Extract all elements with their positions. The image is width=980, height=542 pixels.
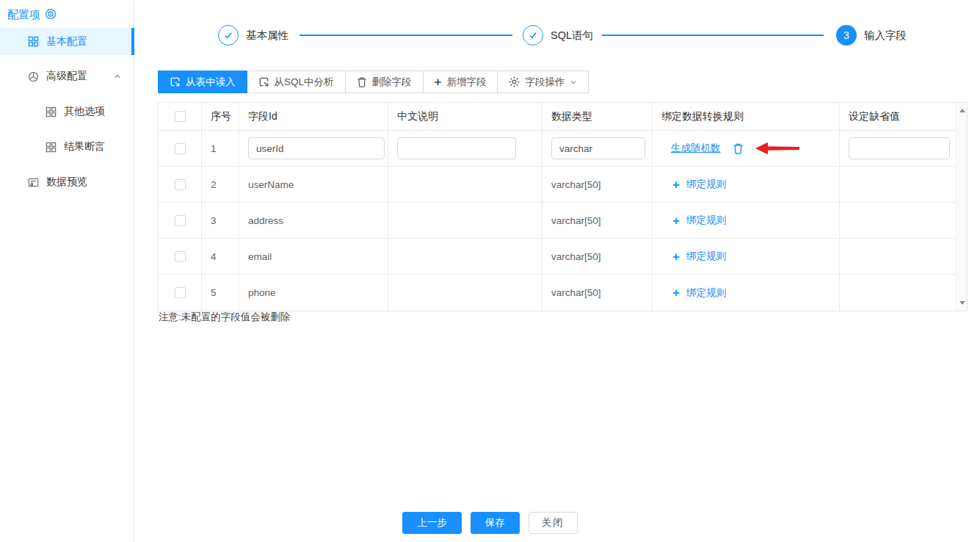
bind-rule-link[interactable]: + 绑定规则 — [672, 250, 726, 263]
scroll-down-icon[interactable] — [959, 301, 965, 305]
step-done-check-icon — [218, 25, 239, 46]
field-operations-button[interactable]: 字段操作 — [497, 71, 589, 93]
field-id-text: userName — [239, 167, 388, 202]
sidebar-item-label: 数据预览 — [46, 176, 87, 189]
generate-random-link[interactable]: 生成随机数 — [671, 142, 721, 155]
step-connector — [602, 35, 824, 36]
default-value-text — [840, 167, 956, 202]
column-header-rule: 绑定数据转换规则 — [653, 103, 840, 130]
footer-actions: 上一步 保存 关闭 — [0, 512, 980, 534]
step-sql-statement: SQL语句 — [523, 25, 593, 46]
fields-table: 序号 字段Id 中文说明 数据类型 绑定数据转换规则 设定缺省值 1 生成随机数 — [158, 102, 968, 311]
sidebar-item-basic-config[interactable]: 基本配置 — [0, 28, 134, 55]
data-type-text: varchar[50] — [542, 275, 653, 311]
row-checkbox[interactable] — [175, 143, 186, 154]
sidebar-item-other-options[interactable]: 其他选项 — [0, 100, 134, 123]
row-checkbox[interactable] — [175, 179, 186, 190]
step-input-fields: 3 输入字段 — [836, 25, 907, 46]
row-index: 5 — [202, 275, 239, 311]
sidebar-item-result-assertion[interactable]: 结果断言 — [0, 135, 134, 159]
field-id-text: email — [239, 239, 388, 274]
bind-rule-link[interactable]: + 绑定规则 — [672, 178, 726, 191]
delete-field-button[interactable]: 删除字段 — [345, 71, 424, 93]
select-all-checkbox[interactable] — [175, 111, 186, 122]
button-label: 删除字段 — [372, 76, 412, 89]
remove-rule-trash-icon[interactable] — [733, 142, 744, 154]
column-header-default: 设定缺省值 — [840, 103, 956, 130]
plus-icon: + — [672, 178, 680, 191]
button-label: 从表中读入 — [186, 76, 236, 89]
sidebar-item-data-preview[interactable]: 数据预览 — [0, 170, 134, 194]
sidebar-item-advanced-config[interactable]: 高级配置 — [0, 65, 134, 88]
default-value-text — [840, 239, 956, 274]
sidebar: 配置项 基本配置 高级配置 其他选项 — [0, 0, 134, 542]
sidebar-item-label: 高级配置 — [46, 70, 87, 83]
annotation-arrow-icon — [755, 141, 801, 156]
data-type-text: varchar[50] — [542, 203, 653, 238]
table-row: 3 address varchar[50] + 绑定规则 — [159, 203, 956, 239]
row-index: 3 — [202, 203, 239, 238]
row-index: 2 — [202, 167, 239, 202]
table-row: 4 email varchar[50] + 绑定规则 — [159, 239, 956, 275]
data-type-input[interactable] — [551, 137, 645, 159]
button-label: 字段操作 — [525, 76, 565, 89]
step-done-check-icon — [523, 25, 543, 46]
sphere-icon — [28, 71, 39, 82]
sidebar-item-label: 基本配置 — [46, 35, 87, 48]
select-all-cell — [159, 103, 202, 130]
previous-step-button[interactable]: 上一步 — [402, 512, 462, 534]
field-id-input[interactable] — [248, 137, 385, 159]
step-label: SQL语句 — [551, 29, 593, 43]
button-label: 新增字段 — [446, 76, 486, 89]
button-label: 从SQL中分析 — [275, 76, 334, 89]
field-id-text: address — [239, 203, 388, 238]
default-value-text — [840, 203, 956, 238]
table-scrollbar[interactable] — [956, 103, 967, 311]
bind-rule-label: 绑定规则 — [686, 286, 726, 300]
field-id-text: phone — [239, 275, 388, 311]
data-type-text: varchar[50] — [542, 239, 653, 274]
default-value-input[interactable] — [849, 137, 950, 159]
step-number-badge: 3 — [836, 25, 857, 46]
grid-icon — [28, 36, 39, 47]
field-toolbar: 从表中读入 从SQL中分析 删除字段 + 新增字段 字段操作 — [158, 71, 589, 93]
read-from-table-button[interactable]: 从表中读入 — [158, 71, 247, 93]
table-row: 1 生成随机数 — [159, 131, 956, 167]
active-indicator — [131, 28, 134, 55]
select-import-icon — [170, 76, 181, 87]
description-input[interactable] — [397, 137, 516, 159]
description-text — [388, 203, 542, 238]
step-label: 基本属性 — [246, 29, 288, 43]
grid-icon — [46, 106, 57, 118]
select-import-icon — [258, 76, 269, 87]
row-index: 1 — [202, 131, 239, 166]
plus-icon: + — [672, 286, 680, 299]
chevron-up-icon[interactable] — [114, 73, 121, 80]
plus-icon: + — [672, 250, 680, 263]
preview-icon — [28, 177, 39, 188]
bind-rule-link[interactable]: + 绑定规则 — [672, 214, 726, 227]
bind-rule-label: 绑定规则 — [686, 178, 726, 191]
sidebar-title: 配置项 — [7, 8, 57, 22]
save-button[interactable]: 保存 — [471, 512, 520, 534]
default-value-text — [840, 275, 956, 311]
data-type-text: varchar[50] — [542, 167, 653, 202]
scroll-up-icon[interactable] — [959, 109, 965, 112]
table-row: 2 userName varchar[50] + 绑定规则 — [159, 167, 956, 203]
row-checkbox[interactable] — [175, 215, 186, 226]
sidebar-title-label: 配置项 — [7, 8, 40, 22]
chevron-down-icon — [570, 79, 577, 86]
table-header-row: 序号 字段Id 中文说明 数据类型 绑定数据转换规则 设定缺省值 — [159, 103, 956, 131]
table-note: 注意:未配置的字段值会被删除 — [159, 311, 290, 324]
step-basic-properties: 基本属性 — [218, 25, 288, 46]
close-button[interactable]: 关闭 — [529, 512, 578, 534]
row-checkbox[interactable] — [175, 287, 186, 298]
add-field-button[interactable]: + 新增字段 — [423, 71, 498, 93]
analyze-from-sql-button[interactable]: 从SQL中分析 — [247, 71, 346, 93]
page: 配置项 基本配置 高级配置 其他选项 — [0, 0, 980, 542]
bind-rule-link[interactable]: + 绑定规则 — [672, 286, 726, 300]
column-header-index: 序号 — [202, 103, 239, 130]
row-checkbox[interactable] — [175, 251, 186, 262]
step-connector — [300, 35, 512, 36]
sidebar-item-label: 结果断言 — [64, 140, 105, 153]
